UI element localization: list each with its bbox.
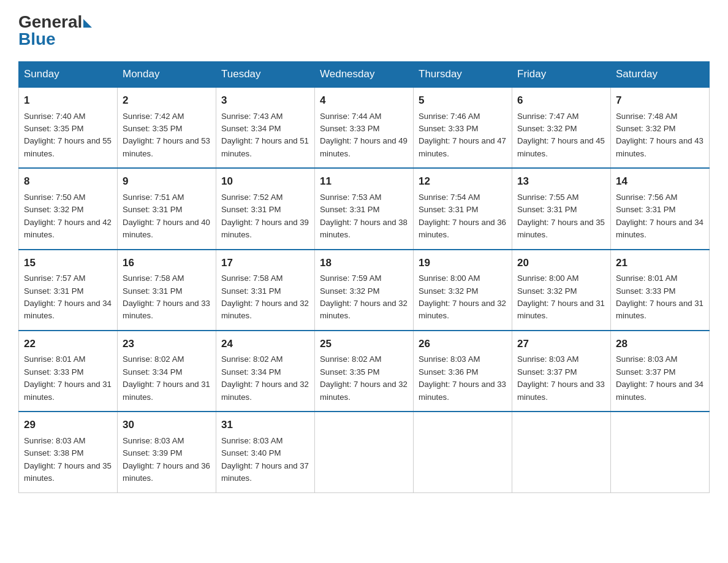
calendar-cell (611, 412, 710, 492)
calendar-cell: 7 Sunrise: 7:48 AMSunset: 3:32 PMDayligh… (611, 87, 710, 168)
calendar-cell: 1 Sunrise: 7:40 AMSunset: 3:35 PMDayligh… (19, 87, 118, 168)
day-number: 20 (517, 255, 605, 271)
calendar-cell: 13 Sunrise: 7:55 AMSunset: 3:31 PMDaylig… (512, 168, 611, 249)
calendar-cell: 12 Sunrise: 7:54 AMSunset: 3:31 PMDaylig… (414, 168, 512, 249)
calendar-cell: 9 Sunrise: 7:51 AMSunset: 3:31 PMDayligh… (118, 168, 216, 249)
calendar-cell: 10 Sunrise: 7:52 AMSunset: 3:31 PMDaylig… (216, 168, 315, 249)
day-info: Sunrise: 7:51 AMSunset: 3:31 PMDaylight:… (123, 193, 210, 239)
day-info: Sunrise: 8:03 AMSunset: 3:39 PMDaylight:… (123, 436, 210, 483)
calendar-cell: 31 Sunrise: 8:03 AMSunset: 3:40 PMDaylig… (216, 412, 315, 492)
calendar-cell: 15 Sunrise: 7:57 AMSunset: 3:31 PMDaylig… (19, 250, 118, 331)
day-info: Sunrise: 7:44 AMSunset: 3:33 PMDaylight:… (320, 112, 408, 158)
calendar-cell: 6 Sunrise: 7:47 AMSunset: 3:32 PMDayligh… (512, 87, 611, 168)
calendar-cell: 26 Sunrise: 8:03 AMSunset: 3:36 PMDaylig… (414, 331, 512, 412)
day-number: 4 (320, 93, 408, 109)
day-info: Sunrise: 7:42 AMSunset: 3:35 PMDaylight:… (123, 112, 210, 158)
calendar-week-row: 29 Sunrise: 8:03 AMSunset: 3:38 PMDaylig… (19, 412, 710, 492)
day-info: Sunrise: 7:40 AMSunset: 3:35 PMDaylight:… (24, 112, 112, 158)
day-info: Sunrise: 8:00 AMSunset: 3:32 PMDaylight:… (517, 274, 605, 320)
day-number: 15 (24, 255, 112, 271)
day-number: 6 (517, 93, 605, 109)
day-info: Sunrise: 7:59 AMSunset: 3:32 PMDaylight:… (320, 274, 408, 320)
calendar-cell: 17 Sunrise: 7:58 AMSunset: 3:31 PMDaylig… (216, 250, 315, 331)
day-number: 30 (123, 417, 211, 433)
day-number: 17 (221, 255, 309, 271)
calendar-week-row: 8 Sunrise: 7:50 AMSunset: 3:32 PMDayligh… (19, 168, 710, 249)
calendar-cell: 19 Sunrise: 8:00 AMSunset: 3:32 PMDaylig… (414, 250, 512, 331)
day-number: 25 (320, 336, 408, 352)
day-info: Sunrise: 8:03 AMSunset: 3:37 PMDaylight:… (616, 354, 703, 401)
calendar-cell: 4 Sunrise: 7:44 AMSunset: 3:33 PMDayligh… (315, 87, 414, 168)
calendar-week-row: 15 Sunrise: 7:57 AMSunset: 3:31 PMDaylig… (19, 250, 710, 331)
day-info: Sunrise: 7:58 AMSunset: 3:31 PMDaylight:… (221, 274, 309, 320)
day-number: 12 (419, 174, 507, 190)
calendar-cell: 3 Sunrise: 7:43 AMSunset: 3:34 PMDayligh… (216, 87, 315, 168)
calendar-cell: 2 Sunrise: 7:42 AMSunset: 3:35 PMDayligh… (118, 87, 216, 168)
day-number: 8 (24, 174, 112, 190)
day-of-week-header: Friday (512, 62, 611, 88)
day-info: Sunrise: 8:03 AMSunset: 3:38 PMDaylight:… (24, 436, 112, 483)
day-info: Sunrise: 7:52 AMSunset: 3:31 PMDaylight:… (221, 193, 309, 239)
calendar-header-row: SundayMondayTuesdayWednesdayThursdayFrid… (19, 62, 710, 88)
calendar-cell: 25 Sunrise: 8:02 AMSunset: 3:35 PMDaylig… (315, 331, 414, 412)
calendar-cell: 14 Sunrise: 7:56 AMSunset: 3:31 PMDaylig… (611, 168, 710, 249)
day-info: Sunrise: 8:02 AMSunset: 3:35 PMDaylight:… (320, 354, 408, 401)
page-header: General Blue (18, 12, 710, 49)
calendar-week-row: 22 Sunrise: 8:01 AMSunset: 3:33 PMDaylig… (19, 331, 710, 412)
day-number: 14 (616, 174, 704, 190)
day-number: 2 (123, 93, 211, 109)
logo-blue-text: Blue (18, 29, 56, 49)
calendar-cell: 8 Sunrise: 7:50 AMSunset: 3:32 PMDayligh… (19, 168, 118, 249)
day-number: 5 (419, 93, 507, 109)
calendar-cell: 5 Sunrise: 7:46 AMSunset: 3:33 PMDayligh… (414, 87, 512, 168)
logo-arrow-icon (83, 19, 92, 28)
calendar-cell: 28 Sunrise: 8:03 AMSunset: 3:37 PMDaylig… (611, 331, 710, 412)
day-number: 24 (221, 336, 309, 352)
day-info: Sunrise: 7:47 AMSunset: 3:32 PMDaylight:… (517, 112, 605, 158)
day-number: 31 (221, 417, 309, 433)
day-info: Sunrise: 7:56 AMSunset: 3:31 PMDaylight:… (616, 193, 703, 239)
day-number: 13 (517, 174, 605, 190)
day-number: 23 (123, 336, 211, 352)
day-number: 21 (616, 255, 704, 271)
day-info: Sunrise: 8:03 AMSunset: 3:36 PMDaylight:… (419, 354, 506, 401)
day-info: Sunrise: 7:58 AMSunset: 3:31 PMDaylight:… (123, 274, 210, 320)
calendar-cell (414, 412, 512, 492)
day-number: 1 (24, 93, 112, 109)
day-info: Sunrise: 7:57 AMSunset: 3:31 PMDaylight:… (24, 274, 112, 320)
calendar-cell: 29 Sunrise: 8:03 AMSunset: 3:38 PMDaylig… (19, 412, 118, 492)
calendar-cell: 20 Sunrise: 8:00 AMSunset: 3:32 PMDaylig… (512, 250, 611, 331)
calendar-cell: 21 Sunrise: 8:01 AMSunset: 3:33 PMDaylig… (611, 250, 710, 331)
day-number: 11 (320, 174, 408, 190)
calendar-week-row: 1 Sunrise: 7:40 AMSunset: 3:35 PMDayligh… (19, 87, 710, 168)
calendar-cell: 30 Sunrise: 8:03 AMSunset: 3:39 PMDaylig… (118, 412, 216, 492)
day-number: 27 (517, 336, 605, 352)
day-number: 3 (221, 93, 309, 109)
calendar-cell: 27 Sunrise: 8:03 AMSunset: 3:37 PMDaylig… (512, 331, 611, 412)
day-number: 7 (616, 93, 704, 109)
day-info: Sunrise: 7:48 AMSunset: 3:32 PMDaylight:… (616, 112, 703, 158)
calendar-cell: 11 Sunrise: 7:53 AMSunset: 3:31 PMDaylig… (315, 168, 414, 249)
day-number: 16 (123, 255, 211, 271)
logo: General Blue (18, 12, 92, 49)
day-of-week-header: Thursday (414, 62, 512, 88)
day-number: 28 (616, 336, 704, 352)
day-number: 10 (221, 174, 309, 190)
day-info: Sunrise: 7:54 AMSunset: 3:31 PMDaylight:… (419, 193, 506, 239)
calendar-cell: 16 Sunrise: 7:58 AMSunset: 3:31 PMDaylig… (118, 250, 216, 331)
day-number: 22 (24, 336, 112, 352)
day-of-week-header: Saturday (611, 62, 710, 88)
calendar-cell (315, 412, 414, 492)
calendar-table: SundayMondayTuesdayWednesdayThursdayFrid… (18, 61, 710, 493)
day-of-week-header: Sunday (19, 62, 118, 88)
calendar-cell: 22 Sunrise: 8:01 AMSunset: 3:33 PMDaylig… (19, 331, 118, 412)
day-of-week-header: Wednesday (315, 62, 414, 88)
day-of-week-header: Monday (118, 62, 216, 88)
calendar-cell (512, 412, 611, 492)
day-of-week-header: Tuesday (216, 62, 315, 88)
calendar-cell: 23 Sunrise: 8:02 AMSunset: 3:34 PMDaylig… (118, 331, 216, 412)
day-number: 9 (123, 174, 211, 190)
calendar-cell: 24 Sunrise: 8:02 AMSunset: 3:34 PMDaylig… (216, 331, 315, 412)
day-info: Sunrise: 7:53 AMSunset: 3:31 PMDaylight:… (320, 193, 408, 239)
day-info: Sunrise: 8:02 AMSunset: 3:34 PMDaylight:… (221, 354, 309, 401)
